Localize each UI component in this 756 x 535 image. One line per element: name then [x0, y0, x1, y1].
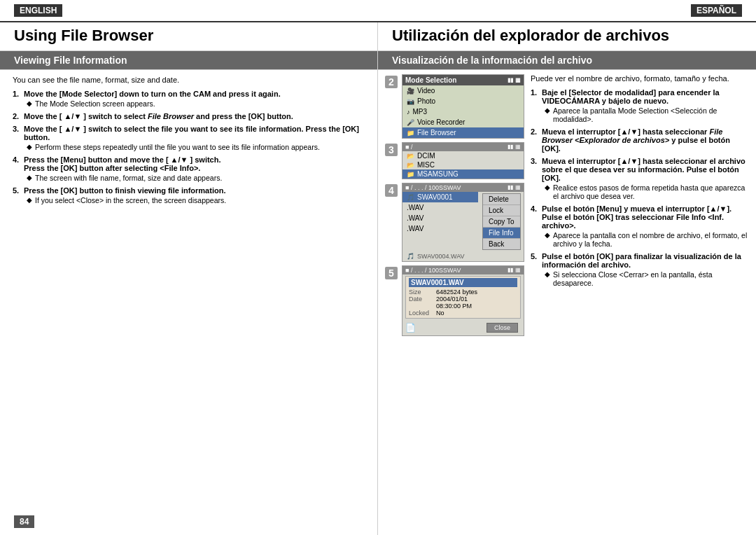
right-column: 2 Mode Selection ▮▮ ▦ 🎥 Video	[378, 70, 756, 535]
signal-icon-3: ▦	[515, 144, 521, 151]
menu-back: Back	[483, 239, 520, 249]
signal-icon: ▦	[515, 77, 521, 83]
screen-4-footer: 🎵 SWAV0004.WAV	[402, 251, 524, 261]
screen-2-title: Mode Selection	[405, 76, 456, 84]
lang-left: ENGLISH	[0, 0, 378, 21]
screen-3-num: 3	[385, 144, 398, 156]
battery-icon-4: ▮▮	[507, 184, 513, 191]
section-header-left: Viewing File Information	[0, 51, 378, 69]
size-label: Size	[409, 289, 433, 296]
screen-3-item-msamsung: 📁 MSAMSUNG	[402, 169, 524, 179]
menu-lock: Lock	[483, 205, 520, 216]
main-title-left: Using File Browser	[0, 22, 378, 50]
screen-2-item-filebrowser: 📁 File Browser	[402, 127, 524, 138]
lang-right: ESPAÑOL	[378, 0, 756, 21]
folder-dcim-icon: 📂	[407, 153, 414, 160]
screen-3-item-dcim: 📂 DCIM	[402, 151, 524, 160]
step-4-en: 4. Press the [Menu] button and move the …	[13, 155, 365, 182]
screen-2-item-voice: 🎤 Voice Recorder	[402, 117, 524, 127]
intro-text-en: You can see the file name, format, size …	[13, 76, 365, 84]
mp3-icon: ♪	[407, 109, 410, 116]
screen-3-lcd: ■ / ▮▮ ▦ 📂 DCIM 📂 MISC	[402, 142, 524, 179]
menu-fileinfo: File Info	[483, 228, 520, 239]
page-number: 84	[14, 515, 34, 528]
photo-icon: 📷	[407, 98, 414, 105]
video-icon: 🎥	[407, 88, 414, 95]
content-main: You can see the file name, format, size …	[0, 70, 756, 535]
screen-5-path: ■ / . . . / 100SSWAV	[405, 267, 461, 274]
size-val: 6482524 bytes	[436, 289, 477, 296]
screen-4-file-4: .WAV	[402, 223, 478, 234]
lang-badge-english: ENGLISH	[14, 4, 62, 17]
battery-icon-3: ▮▮	[507, 144, 513, 151]
voice-icon: 🎤	[407, 119, 414, 126]
screen-2-wrapper: 2 Mode Selection ▮▮ ▦ 🎥 Video	[385, 74, 525, 139]
screen-2-item-video: 🎥 Video	[402, 85, 524, 96]
screen-4-icons: ▮▮ ▦	[507, 184, 521, 191]
screen-4-num: 4	[385, 184, 398, 197]
step-1-es: 1. Baje el [Selector de modalidad] para …	[531, 88, 749, 123]
screen-5-size-row: Size 6482524 bytes	[409, 289, 517, 296]
step-5-en: 5. Press the [OK] button to finish viewi…	[13, 186, 365, 204]
screen-3-icons: ▮▮ ▦	[507, 144, 521, 151]
screen-2-num: 2	[385, 76, 398, 88]
doc-icon: 📄	[405, 323, 416, 333]
screen-3-pathbar: ■ / ▮▮ ▦	[402, 143, 524, 151]
main-titles: Using File Browser Utilización del explo…	[0, 22, 756, 51]
close-button[interactable]: Close	[486, 323, 518, 333]
screen-5-icons: ▮▮ ▦	[507, 267, 521, 274]
menu-delete: Delete	[483, 194, 520, 205]
screen-4-files: 🎵 SWAV0001 .WAV .WAV .WAV	[402, 192, 478, 251]
screen-5-num: 5	[385, 267, 398, 279]
signal-icon-5: ▦	[515, 267, 521, 274]
screen-2-titlebar: Mode Selection ▮▮ ▦	[402, 75, 524, 85]
screen-5-locked-row: Locked No	[409, 310, 517, 317]
screen-2-item-photo: 📷 Photo	[402, 96, 524, 106]
file-icon-1: 🎵	[407, 194, 414, 201]
folder-msamsung-icon: 📁	[407, 171, 414, 178]
screen-3-wrapper: 3 ■ / ▮▮ ▦ 📂 DCIM	[385, 142, 525, 179]
step-3-es: 3. Mueva el interruptor [▲/▼] hasta sele…	[531, 157, 749, 200]
screen-4-path: ■ / . . . / 100SSWAV	[405, 184, 461, 191]
screen-4-wrapper: 4 ■ / . . . / 100SSWAV ▮▮ ▦	[385, 183, 525, 262]
screen-5-wrapper: 5 ■ / . . . / 100SSWAV ▮▮ ▦ SWAV0001.WAV	[385, 265, 525, 336]
right-text-section: Puede ver el nombre de archivo, formato,…	[531, 74, 749, 531]
lang-badge-espanol: ESPAÑOL	[691, 4, 742, 17]
main-title-right: Utilización del explorador de archivos	[378, 22, 756, 50]
screen-2-lcd: Mode Selection ▮▮ ▦ 🎥 Video 📷	[402, 74, 524, 139]
screen-4-file-1: 🎵 SWAV0001	[402, 192, 478, 202]
screen-5-lcd: ■ / . . . / 100SSWAV ▮▮ ▦ SWAV0001.WAV S…	[402, 265, 524, 336]
intro-text-es: Puede ver el nombre de archivo, formato,…	[531, 74, 749, 83]
close-bar: Close	[416, 321, 521, 334]
screen-4-body: 🎵 SWAV0001 .WAV .WAV .WAV	[402, 192, 524, 251]
step-3-en: 3. Move the [ ▲/▼ ] switch to select the…	[13, 125, 365, 151]
date-val: 2004/01/01	[436, 296, 468, 303]
footer-file-icon: 🎵	[407, 253, 414, 260]
time-label	[409, 303, 433, 310]
screen-4-lcd: ■ / . . . / 100SSWAV ▮▮ ▦ 🎵 SWAV0001	[402, 183, 524, 262]
step-4-es: 4. Pulse el botón [Menu] y mueva el inte…	[531, 204, 749, 248]
signal-icon-4: ▦	[515, 184, 521, 191]
left-column: You can see the file name, format, size …	[0, 70, 378, 535]
screen-5-date-row: Date 2004/01/01	[409, 296, 517, 303]
screens-section: 2 Mode Selection ▮▮ ▦ 🎥 Video	[385, 74, 525, 531]
screen-2-icons: ▮▮ ▦	[507, 77, 521, 83]
page: ENGLISH ESPAÑOL Using File Browser Utili…	[0, 0, 756, 535]
locked-val: No	[436, 310, 444, 317]
screen-5-fileinfo: SWAV0001.WAV Size 6482524 bytes Date 200…	[405, 276, 521, 319]
menu-copyto: Copy To	[483, 216, 520, 228]
lang-header: ENGLISH ESPAÑOL	[0, 0, 756, 22]
locked-label: Locked	[409, 310, 433, 317]
step-2-es: 2. Mueva el interruptor [▲/▼] hasta sele…	[531, 127, 749, 153]
screen-3-item-misc: 📂 MISC	[402, 160, 524, 169]
screen-5-filename: SWAV0001.WAV	[409, 278, 517, 287]
screen-5-pathbar: ■ / . . . / 100SSWAV ▮▮ ▦	[402, 266, 524, 275]
section-headers: Viewing File Information Visualización d…	[0, 51, 756, 70]
battery-icon-5: ▮▮	[507, 267, 513, 274]
folder-misc-icon: 📂	[407, 162, 414, 169]
battery-icon: ▮▮	[507, 77, 513, 83]
screen-2-item-mp3: ♪ MP3	[402, 106, 524, 117]
screen-5-time-row: 08:30:00 PM	[409, 303, 517, 310]
time-val: 08:30:00 PM	[436, 303, 472, 310]
date-label: Date	[409, 296, 433, 303]
